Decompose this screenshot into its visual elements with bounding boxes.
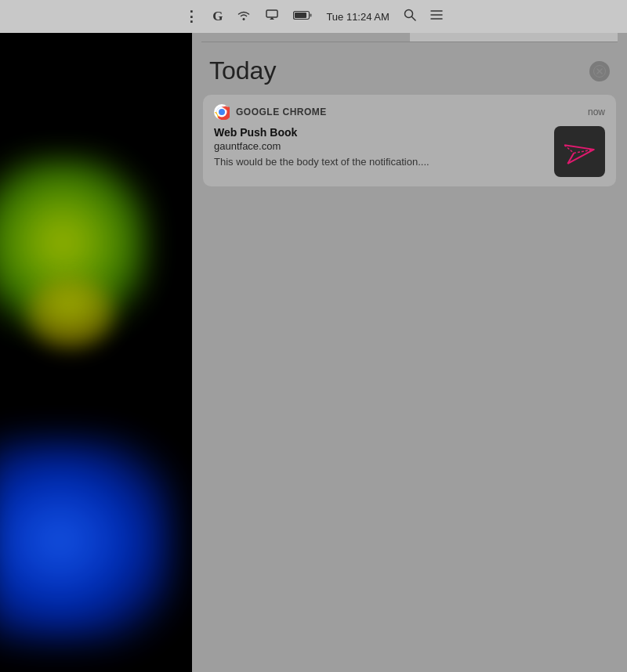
notification-title: Web Push Book [214, 126, 545, 139]
wifi-icon [237, 9, 251, 23]
notification-card[interactable]: GOOGLE CHROME now Web Push Book gauntfac… [203, 95, 616, 186]
list-icon[interactable] [430, 9, 443, 23]
menubar: ⋮ G Tue 11:24 AM [0, 0, 627, 33]
smoke-yellow [24, 274, 118, 352]
card-body: Web Push Book gauntface.com This would b… [214, 126, 605, 177]
card-header: GOOGLE CHROME now [214, 104, 605, 120]
card-text: Web Push Book gauntface.com This would b… [214, 126, 545, 169]
chrome-icon [214, 104, 230, 120]
search-icon[interactable] [404, 9, 416, 24]
desktop-wallpaper [0, 0, 192, 672]
svg-line-5 [411, 17, 415, 21]
smoke-blue [0, 439, 172, 642]
app-name: GOOGLE CHROME [236, 107, 327, 117]
notification-body: This would be the body text of the notif… [214, 155, 545, 169]
today-title: Today [209, 56, 276, 85]
timestamp: now [588, 107, 605, 117]
menubar-time: Tue 11:24 AM [326, 11, 389, 23]
card-header-left: GOOGLE CHROME [214, 104, 327, 120]
svg-rect-3 [310, 14, 312, 17]
svg-rect-0 [266, 10, 277, 17]
svg-rect-2 [295, 13, 306, 18]
g-icon: G [212, 9, 223, 24]
fork-icon: ⋮ [184, 8, 198, 25]
close-button[interactable] [589, 61, 610, 81]
notification-center-panel: Today Notifications Today [192, 0, 627, 672]
battery-icon [293, 9, 312, 23]
today-header: Today [192, 42, 627, 95]
svg-point-14 [219, 109, 225, 115]
menubar-center: ⋮ G Tue 11:24 AM [184, 8, 443, 25]
airplay-icon [265, 9, 279, 23]
notification-site: gauntface.com [214, 140, 545, 152]
notification-thumbnail [554, 126, 605, 177]
paper-plane-icon [560, 132, 600, 172]
